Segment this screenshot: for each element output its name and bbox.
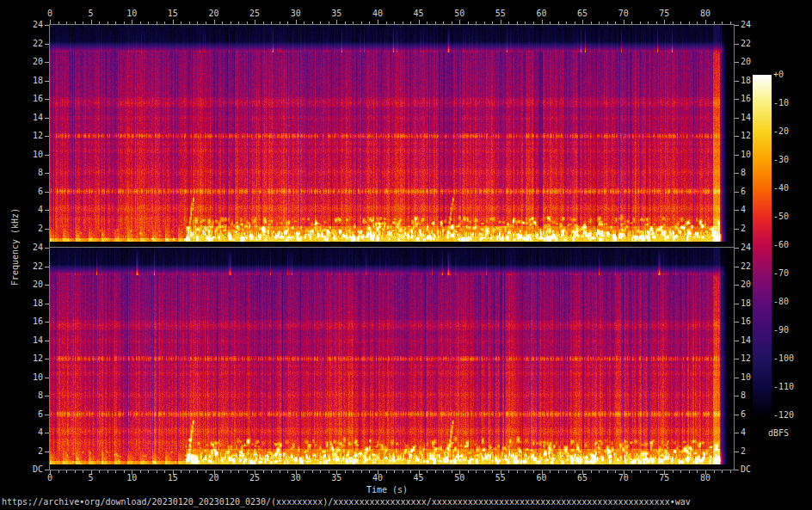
time-tick-label: 80 — [700, 474, 710, 482]
time-tick — [271, 22, 272, 24]
colorbar-tick-label: -40 — [773, 184, 789, 193]
freq-tick — [45, 267, 49, 267]
time-tick — [164, 22, 165, 24]
colorbar-tick-label: -100 — [773, 354, 794, 363]
time-tick — [435, 470, 436, 473]
time-tick-label: 50 — [454, 9, 464, 18]
time-tick — [714, 470, 715, 473]
freq-tick — [45, 415, 49, 415]
time-tick — [542, 20, 543, 24]
freq-tick-label: 4 — [741, 428, 746, 437]
freq-tick — [735, 62, 739, 63]
time-tick-label: 35 — [331, 474, 341, 482]
colorbar-tick-label: -90 — [773, 326, 789, 335]
freq-tick — [735, 285, 739, 286]
time-tick — [452, 22, 452, 24]
colorbar-tick-label: -70 — [773, 269, 789, 278]
time-tick-label: 45 — [414, 474, 424, 482]
time-tick — [615, 470, 616, 473]
time-tick — [280, 470, 280, 473]
freq-tick-label: 10 — [0, 373, 43, 382]
freq-tick-label: 10 — [741, 373, 751, 382]
time-tick — [673, 22, 674, 24]
time-tick — [558, 470, 559, 473]
time-tick — [148, 470, 149, 473]
time-tick-label: 60 — [536, 474, 546, 482]
time-tick — [427, 22, 428, 24]
time-tick — [157, 22, 157, 24]
time-tick-label: 70 — [618, 9, 629, 18]
time-tick — [386, 470, 387, 473]
time-tick — [664, 20, 665, 24]
time-tick — [115, 22, 116, 24]
freq-tick-label: 18 — [0, 77, 43, 85]
time-tick-label: 75 — [659, 474, 669, 482]
colorbar-gradient — [753, 75, 772, 415]
freq-tick-label: 18 — [741, 77, 751, 85]
time-tick-label: 70 — [618, 474, 629, 482]
time-tick — [575, 470, 575, 473]
time-tick — [99, 22, 100, 24]
time-tick — [697, 470, 698, 473]
time-tick — [320, 22, 321, 24]
time-tick — [631, 22, 632, 24]
freq-tick — [45, 452, 49, 452]
freq-tick-label: 14 — [741, 114, 751, 122]
time-tick — [271, 470, 272, 473]
freq-tick — [45, 118, 49, 119]
freq-tick-label: 8 — [741, 391, 746, 400]
freq-tick — [45, 229, 49, 230]
freq-tick — [735, 25, 739, 26]
freq-tick — [45, 322, 49, 323]
freq-tick-label: 6 — [741, 187, 746, 196]
freq-tick — [45, 44, 49, 45]
freq-tick-label: 12 — [741, 132, 751, 140]
time-tick — [66, 22, 67, 24]
time-tick — [361, 470, 362, 473]
time-tick — [476, 22, 477, 24]
time-tick — [336, 20, 337, 24]
freq-tick-label: 6 — [741, 410, 746, 419]
time-tick-label: 25 — [249, 474, 260, 482]
time-tick — [648, 470, 649, 473]
time-tick — [615, 22, 616, 24]
time-tick — [83, 470, 83, 473]
freq-tick — [735, 118, 739, 119]
time-tick — [197, 470, 198, 473]
freq-tick — [45, 359, 49, 359]
time-tick — [403, 22, 403, 24]
time-tick — [124, 22, 125, 24]
freq-tick-label: 22 — [741, 262, 751, 271]
time-tick — [517, 22, 518, 24]
colorbar-tick-label: +0 — [773, 71, 784, 79]
time-tick — [222, 22, 223, 24]
time-axis-title: Time (s) — [366, 486, 408, 495]
colorbar-tick-label: -80 — [773, 298, 789, 306]
freq-tick-label: 16 — [741, 317, 751, 326]
freq-tick — [735, 136, 739, 137]
freq-tick — [45, 25, 49, 26]
time-tick — [304, 22, 304, 24]
freq-tick-label: 14 — [741, 336, 751, 345]
time-tick — [312, 22, 313, 24]
freq-tick-label: 4 — [741, 206, 746, 214]
freq-tick-label: 6 — [0, 187, 43, 196]
time-tick — [705, 20, 706, 24]
time-tick — [508, 470, 509, 473]
time-tick — [329, 470, 329, 473]
time-tick — [386, 22, 387, 24]
freq-tick — [45, 99, 49, 100]
freq-tick — [735, 192, 739, 193]
time-tick — [591, 22, 592, 24]
freq-tick — [735, 396, 739, 396]
time-tick — [517, 470, 518, 473]
time-tick-label: 50 — [454, 474, 464, 482]
freq-tick — [735, 322, 739, 323]
time-tick — [403, 470, 403, 473]
time-tick-label: 35 — [331, 9, 341, 18]
freq-tick — [735, 99, 739, 100]
time-tick — [484, 470, 485, 473]
freq-tick-label: 8 — [0, 169, 43, 177]
time-tick — [345, 470, 346, 473]
time-tick-label: 25 — [249, 9, 260, 18]
